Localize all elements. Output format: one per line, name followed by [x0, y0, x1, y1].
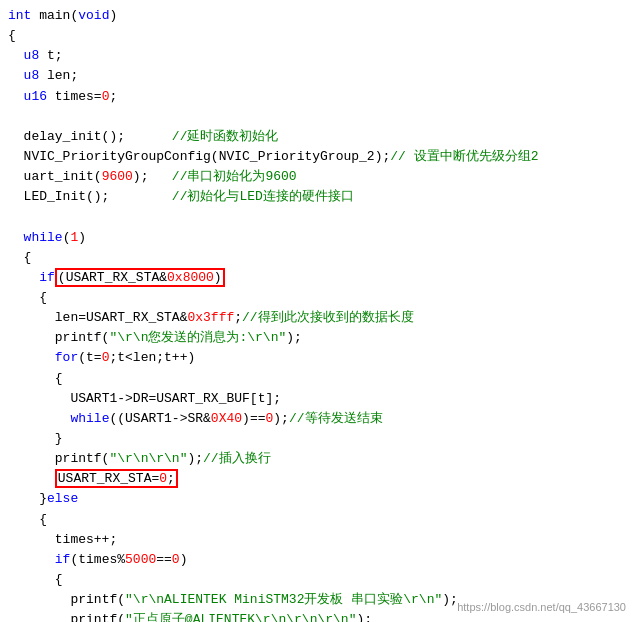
code-line [8, 107, 626, 127]
code-line: if(USART_RX_STA&0x8000) [8, 268, 626, 288]
keyword: int [8, 8, 31, 23]
code-line: while(1) [8, 228, 626, 248]
code-line: USART1->DR=USART_RX_BUF[t]; [8, 389, 626, 409]
code-line: times++; [8, 530, 626, 550]
code-line: if(times%5000==0) [8, 550, 626, 570]
code-line: for(t=0;t<len;t++) [8, 348, 626, 368]
code-line: { [8, 248, 626, 268]
code-line: } [8, 429, 626, 449]
code-line: u8 len; [8, 66, 626, 86]
code-line: u16 times=0; [8, 87, 626, 107]
code-line: { [8, 369, 626, 389]
code-line: int main(void) [8, 6, 626, 26]
code-editor: int main(void) { u8 t; u8 len; u16 times… [0, 0, 634, 622]
code-line: printf("\r\n您发送的消息为:\r\n"); [8, 328, 626, 348]
code-line: printf("\r\n\r\n");//插入换行 [8, 449, 626, 469]
code-line: len=USART_RX_STA&0x3fff;//得到此次接收到的数据长度 [8, 308, 626, 328]
code-line: { [8, 510, 626, 530]
code-line: USART_RX_STA=0; [8, 469, 626, 489]
code-line: uart_init(9600); //串口初始化为9600 [8, 167, 626, 187]
code-line [8, 207, 626, 227]
code-line: u8 t; [8, 46, 626, 66]
code-line: LED_Init(); //初始化与LED连接的硬件接口 [8, 187, 626, 207]
code-line: while((USART1->SR&0X40)==0);//等待发送结束 [8, 409, 626, 429]
code-line: { [8, 288, 626, 308]
code-line: { [8, 26, 626, 46]
code-line: { [8, 570, 626, 590]
red-box-highlight-2: USART_RX_STA=0; [55, 469, 178, 488]
code-line: }else [8, 489, 626, 509]
code-line: NVIC_PriorityGroupConfig(NVIC_PriorityGr… [8, 147, 626, 167]
watermark: https://blog.csdn.net/qq_43667130 [457, 599, 626, 616]
red-box-highlight: (USART_RX_STA&0x8000) [55, 268, 225, 287]
code-line: delay_init(); //延时函数初始化 [8, 127, 626, 147]
